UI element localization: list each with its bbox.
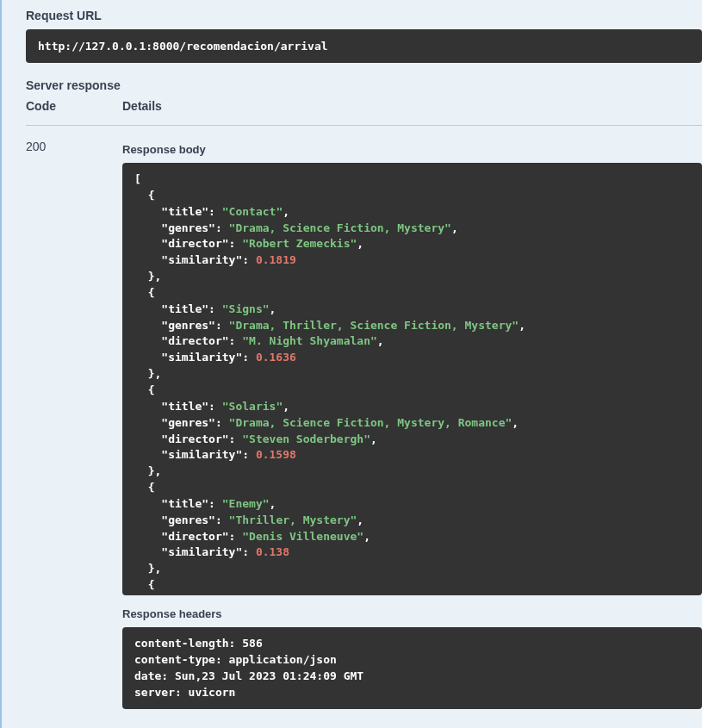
code-column-header: Code (26, 99, 78, 125)
response-body-block[interactable]: [ { "title": "Contact", "genres": "Drama… (122, 163, 702, 595)
divider (26, 125, 702, 126)
request-url-value: http://127.0.0.1:8000/recomendacion/arri… (26, 29, 702, 63)
response-headers-block[interactable]: content-length: 586 content-type: applic… (122, 627, 702, 709)
response-body-label: Response body (122, 143, 702, 156)
request-url-label: Request URL (26, 9, 702, 22)
details-column-header: Details (122, 99, 702, 125)
server-response-label: Server response (26, 78, 702, 92)
response-headers-label: Response headers (122, 607, 702, 620)
status-code: 200 (26, 140, 78, 153)
